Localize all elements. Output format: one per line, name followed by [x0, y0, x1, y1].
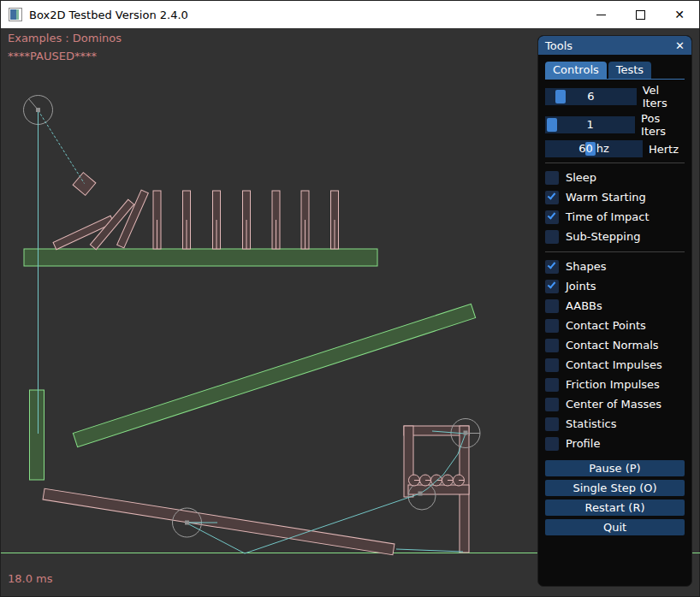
tools-panel-title: Tools: [545, 39, 572, 52]
separator: [545, 163, 685, 163]
minimize-icon: [596, 15, 606, 15]
checkbox-row-contact-impulses[interactable]: Contact Impulses: [545, 355, 685, 375]
checkbox-row-joints[interactable]: Joints: [545, 276, 685, 296]
checkbox-aabbs[interactable]: [545, 299, 559, 313]
checkbox-row-aabbs[interactable]: AABBs: [545, 296, 685, 316]
button-single-step-o[interactable]: Single Step (O): [545, 480, 685, 496]
slider-label-pos-iters: Pos Iters: [641, 112, 685, 138]
circle-radius-line: [29, 99, 39, 110]
joint-line: [420, 431, 466, 494]
checkbox-warm-starting[interactable]: [545, 191, 559, 204]
maximize-button[interactable]: [620, 1, 660, 28]
checkbox-row-time-of-impact[interactable]: Time of Impact: [545, 207, 685, 227]
checkbox-label-joints: Joints: [566, 280, 596, 293]
dynamic-body: [117, 190, 149, 248]
checkbox-row-warm-starting[interactable]: Warm Starting: [545, 187, 685, 207]
checkbox-label-aabbs: AABBs: [566, 299, 602, 312]
button-group: Pause (P)Single Step (O)Restart (R)Quit: [545, 460, 685, 535]
minimize-button[interactable]: [581, 1, 620, 28]
checkbox-center-of-masses[interactable]: [545, 398, 559, 411]
slider-value-vel-iters: 6: [545, 88, 637, 105]
joint-line: [396, 549, 463, 552]
slider-group: 6Vel Iters1Pos Iters60 hzHertz: [545, 84, 685, 157]
checkbox-friction-impulses[interactable]: [545, 378, 559, 392]
checkbox-row-contact-points[interactable]: Contact Points: [545, 316, 685, 335]
tools-panel-titlebar[interactable]: Tools ✕: [538, 36, 691, 55]
checkbox-time-of-impact[interactable]: [545, 210, 559, 224]
checkmark-icon: [548, 260, 556, 269]
maximize-icon: [636, 10, 645, 20]
checkbox-row-profile[interactable]: Profile: [545, 434, 685, 453]
tools-panel-body: ControlsTests 6Vel Iters1Pos Iters60 hzH…: [538, 55, 691, 535]
checkbox-row-sub-stepping[interactable]: Sub-Stepping: [545, 227, 685, 246]
paused-label: ****PAUSED****: [8, 50, 97, 62]
checkbox-profile[interactable]: [545, 437, 559, 451]
checkbox-shapes[interactable]: [545, 260, 559, 274]
tab-bar: ControlsTests: [545, 62, 685, 80]
checkbox-group-solver: SleepWarm StartingTime of ImpactSub-Step…: [545, 168, 685, 246]
checkbox-label-shapes: Shapes: [566, 260, 606, 273]
slider-pos-iters[interactable]: 1: [545, 116, 635, 133]
dynamic-body: [153, 191, 161, 249]
button-quit[interactable]: Quit: [545, 519, 685, 535]
checkbox-contact-normals[interactable]: [545, 339, 559, 352]
checkbox-label-statistics: Statistics: [566, 417, 616, 430]
dynamic-body: [331, 191, 339, 249]
app-window: Box2D Testbed Version 2.4.0 ✕ Examples :…: [0, 0, 700, 597]
checkbox-statistics[interactable]: [545, 417, 559, 431]
slider-value-hertz: 60 hz: [545, 140, 643, 157]
checkbox-label-contact-points: Contact Points: [566, 319, 646, 332]
slider-label-hertz: Hertz: [649, 143, 679, 156]
slider-vel-iters[interactable]: 6: [545, 88, 637, 105]
checkbox-contact-impulses[interactable]: [545, 358, 559, 372]
slider-hertz[interactable]: 60 hz: [545, 140, 643, 157]
button-pause-p[interactable]: Pause (P): [545, 460, 685, 476]
checkbox-label-friction-impulses: Friction Impulses: [566, 378, 660, 391]
circle-body: [173, 508, 202, 537]
slider-label-vel-iters: Vel Iters: [643, 84, 685, 109]
checkbox-sub-stepping[interactable]: [545, 230, 559, 244]
ball-body: [420, 475, 431, 486]
tab-controls[interactable]: Controls: [545, 62, 607, 79]
checkbox-row-sleep[interactable]: Sleep: [545, 168, 685, 187]
dynamic-body: [53, 216, 114, 249]
static-body: [24, 249, 377, 266]
checkmark-icon: [548, 280, 556, 288]
checkbox-joints[interactable]: [545, 280, 559, 293]
panel-close-icon[interactable]: ✕: [675, 40, 685, 51]
close-button[interactable]: ✕: [660, 1, 699, 28]
joint-line: [245, 494, 420, 553]
dynamic-body: [213, 191, 221, 249]
frame-time-label: 18.0 ms: [8, 572, 53, 585]
checkbox-row-contact-normals[interactable]: Contact Normals: [545, 335, 685, 355]
dynamic-body: [408, 485, 469, 494]
static-body: [30, 390, 44, 480]
dynamic-body: [243, 191, 251, 249]
window-controls: ✕: [581, 1, 699, 28]
checkmark-icon: [548, 210, 556, 219]
separator: [545, 251, 685, 252]
checkmark-icon: [548, 191, 556, 199]
checkbox-label-center-of-masses: Center of Masses: [566, 398, 661, 411]
tab-tests[interactable]: Tests: [608, 62, 651, 79]
checkbox-label-warm-starting: Warm Starting: [566, 191, 646, 204]
checkbox-label-contact-normals: Contact Normals: [566, 339, 659, 352]
close-icon: ✕: [674, 9, 685, 21]
checkbox-label-contact-impulses: Contact Impulses: [566, 358, 662, 371]
checkbox-sleep[interactable]: [545, 171, 559, 185]
dynamic-body: [404, 426, 413, 497]
example-label: Examples : Dominos: [8, 32, 122, 44]
checkbox-row-friction-impulses[interactable]: Friction Impulses: [545, 375, 685, 394]
checkbox-row-statistics[interactable]: Statistics: [545, 414, 685, 434]
checkbox-contact-points[interactable]: [545, 319, 559, 333]
window-title: Box2D Testbed Version 2.4.0: [29, 9, 188, 21]
ball-body: [442, 475, 454, 486]
circle-body: [408, 482, 436, 510]
joint-line: [187, 523, 245, 553]
tools-panel: Tools ✕ ControlsTests 6Vel Iters1Pos Ite…: [537, 35, 692, 587]
button-restart-r[interactable]: Restart (R): [545, 499, 685, 516]
joint-anchor: [418, 492, 423, 496]
window-titlebar: Box2D Testbed Version 2.4.0 ✕: [1, 1, 699, 28]
checkbox-row-shapes[interactable]: Shapes: [545, 257, 685, 276]
checkbox-row-center-of-masses[interactable]: Center of Masses: [545, 394, 685, 414]
